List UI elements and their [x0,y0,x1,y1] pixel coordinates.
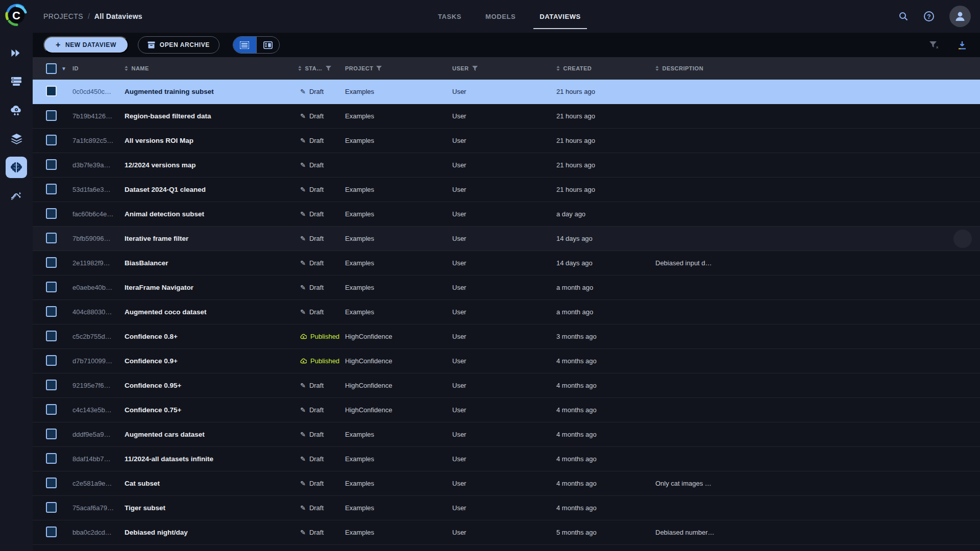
row-checkbox[interactable] [46,478,57,488]
clear-filters-icon[interactable]: x [929,41,938,49]
row-checkbox[interactable] [46,257,57,268]
column-header-id[interactable]: ID [72,65,125,71]
row-checkbox[interactable] [46,380,57,390]
table-row[interactable]: c5c2b755d… Confidence 0.8+ ✎ Published H… [33,324,980,349]
search-icon[interactable] [898,11,909,21]
row-name: Tiger subset [125,504,298,512]
split-view-button[interactable] [256,37,279,53]
row-checkbox[interactable] [46,208,57,219]
row-checkbox[interactable] [46,159,57,170]
row-created: 3 months ago [556,333,655,340]
sidebar-item-applications[interactable] [8,102,24,118]
row-user: User [452,308,556,316]
tab-tasks[interactable]: TASKS [438,0,461,33]
open-archive-button[interactable]: OPEN ARCHIVE [138,36,219,54]
draft-pencil-icon: ✎ [300,260,306,266]
table-row[interactable]: 92195e7f6… Confidence 0.95+ ✎ Draft High… [33,373,980,398]
sidebar-item-workers-queues[interactable] [8,73,24,90]
row-checkbox[interactable] [46,429,57,439]
row-checkbox[interactable] [46,184,57,194]
draft-pencil-icon: ✎ [300,162,306,168]
row-name: Debiased night/day [125,529,298,536]
table-row[interactable]: d3b7fe39a… 12/2024 versions map ✎ Draft … [33,153,980,178]
row-name: Confidence 0.9+ [125,357,298,365]
sidebar-item-hyper-datasets[interactable] [8,131,24,147]
row-created: 4 months ago [556,480,655,487]
table-row[interactable]: 8daf14bb7… 11/2024-all datasets infinite… [33,447,980,471]
draft-pencil-icon: ✎ [300,284,306,291]
row-checkbox[interactable] [46,331,57,341]
profile-avatar[interactable] [949,6,971,27]
row-project: Examples [345,308,452,316]
row-status-label: Draft [309,112,324,120]
help-icon[interactable]: ? [923,11,935,22]
column-header-status[interactable]: ▲▼ STA… [298,65,345,71]
filter-icon [376,66,382,71]
row-id: d3b7fe39a… [72,161,125,169]
table-view-button[interactable] [233,37,256,53]
select-all-checkbox[interactable] [46,63,57,74]
column-header-created[interactable]: ▲▼ CREATED [556,65,655,71]
sidebar-item-pipelines[interactable] [8,188,24,204]
row-status: ✎ Draft [298,284,345,291]
sidebar-item-dataviews[interactable] [8,159,24,176]
table-row[interactable]: fac60b6c4e… Animal detection subset ✎ Dr… [33,202,980,227]
row-user: User [452,529,556,536]
row-checkbox[interactable] [46,404,57,415]
breadcrumb-projects[interactable]: PROJECTS [43,12,83,20]
tab-dataviews[interactable]: DATAVIEWS [540,0,581,33]
row-checkbox[interactable] [46,282,57,292]
row-checkbox[interactable] [46,135,57,145]
table-row[interactable]: 0c0cd450c… Augmented training subset ✎ D… [33,80,980,104]
table-row[interactable]: 7bfb59096… Iterative frame filter ✎ Draf… [33,227,980,251]
row-checkbox[interactable] [46,86,57,96]
row-user: User [452,137,556,144]
breadcrumb-separator: / [88,12,90,20]
row-project: HighConfidence [345,357,452,365]
table-row[interactable]: d7b710099… Confidence 0.9+ ✎ Published H… [33,349,980,373]
row-checkbox[interactable] [46,355,57,366]
tab-models[interactable]: MODELS [485,0,516,33]
column-header-name[interactable]: ▲▼ NAME [125,65,298,71]
row-status-label: Published [310,357,339,365]
table-row[interactable]: 7b19b4126… Region-based filtered data ✎ … [33,104,980,129]
row-user: User [452,455,556,463]
clearml-logo[interactable]: C [5,4,28,27]
table-row[interactable]: c2e581a9e… Cat subset ✎ Draft Examples U… [33,471,980,496]
sort-icon: ▲▼ [556,65,560,71]
row-checkbox[interactable] [46,502,57,513]
row-name: Confidence 0.8+ [125,333,298,340]
row-created: 5 months ago [556,529,655,536]
column-header-user[interactable]: USER [452,65,556,71]
select-dropdown-caret-icon[interactable]: ▼ [61,66,66,71]
table-row[interactable]: 7a1fc892c5… All versions ROI Map ✎ Draft… [33,129,980,153]
table-row[interactable]: dddf9e5a9… Augmented cars dataset ✎ Draf… [33,422,980,447]
row-status-label: Draft [309,504,324,512]
row-checkbox[interactable] [46,527,57,537]
table-row[interactable]: c4c143e5b… Confidence 0.75+ ✎ Draft High… [33,398,980,422]
row-status: ✎ Draft [298,308,345,316]
table-row[interactable]: e0aebe40b… IteraFrame Navigator ✎ Draft … [33,276,980,300]
row-checkbox[interactable] [46,453,57,464]
row-id: dddf9e5a9… [72,431,125,438]
table-row[interactable]: 2e11982f9… BiasBalancer ✎ Draft Examples… [33,251,980,276]
download-icon[interactable] [958,41,967,49]
column-header-project[interactable]: PROJECT [345,65,452,71]
column-header-description[interactable]: ▲▼ DESCRIPTION [655,65,980,71]
row-checkbox[interactable] [46,233,57,243]
new-dataview-button[interactable]: + NEW DATAVIEW [43,36,129,54]
row-created: 21 hours ago [556,88,655,95]
sidebar-item-projects[interactable] [8,45,24,61]
table-row[interactable]: bba0c2dcd… Debiased night/day ✎ Draft Ex… [33,520,980,545]
row-created: 14 days ago [556,259,655,267]
row-checkbox[interactable] [46,306,57,317]
row-checkbox[interactable] [46,110,57,121]
row-status: ✎ Draft [298,186,345,193]
row-name: Cat subset [125,480,298,487]
table-row[interactable]: 53d1fa6e3… Dataset 2024-Q1 cleaned ✎ Dra… [33,178,980,202]
table-row[interactable]: 404c88030… Augmented coco dataset ✎ Draf… [33,300,980,324]
draft-pencil-icon: ✎ [300,480,306,487]
table-row[interactable]: 75acaf6a79… Tiger subset ✎ Draft Example… [33,496,980,520]
filter-icon [472,66,478,71]
row-status-label: Draft [309,88,324,95]
